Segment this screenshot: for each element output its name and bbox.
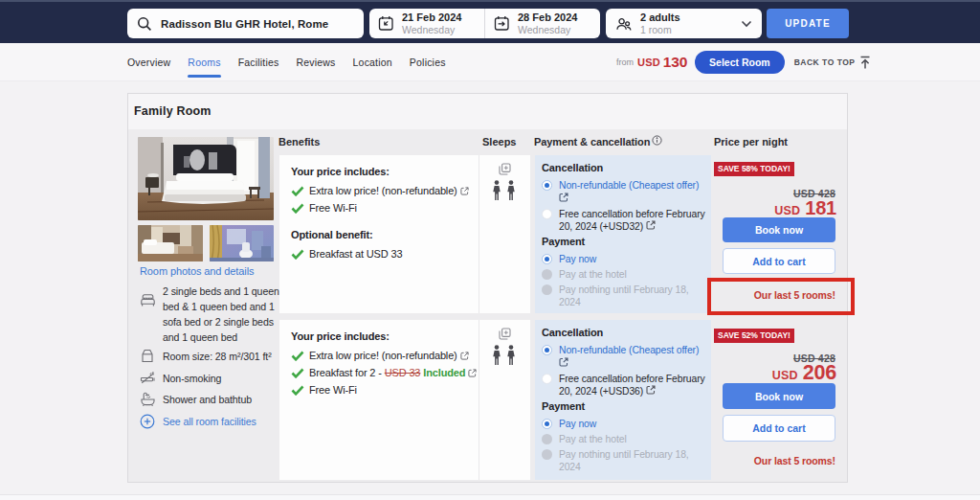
feature-room-size: Room size: 28 m²/301 ft² (140, 349, 280, 367)
offer-2-scarcity-note: Our last 5 rooms! (754, 455, 835, 466)
checkin-calendar-icon (378, 15, 394, 32)
plus-circle-icon (140, 414, 156, 433)
offer-1-add-to-cart-button[interactable]: Add to cart (723, 248, 835, 274)
back-to-top-label: BACK TO TOP (794, 57, 856, 67)
checkin-day: Wednesday (402, 24, 461, 35)
offer-1-radio-free-cancellation[interactable]: Free cancellation before February 20, 20… (542, 208, 706, 233)
feature-beds-text: 2 single beds and 1 queen bed & 1 queen … (163, 284, 280, 345)
offer-1-radio-non-refundable[interactable]: Non-refundable (Cheapest offer) (542, 179, 706, 205)
bed-icon (140, 284, 156, 345)
checkout-day: Wednesday (518, 24, 577, 35)
offer-1-book-now-button[interactable]: Book now (723, 217, 835, 242)
external-link-icon[interactable] (646, 220, 656, 230)
adults-occupancy-icon (490, 345, 519, 365)
guests-adults: 2 adults (640, 11, 680, 24)
select-room-button[interactable]: Select Room (695, 51, 785, 74)
check-icon (291, 368, 304, 378)
hotel-section-nav: Overview Rooms Facilities Reviews Locati… (0, 43, 980, 81)
guests-rooms: 1 room (640, 24, 680, 35)
checkin-date: 21 Feb 2024 (402, 11, 461, 24)
offer-2-add-to-cart-button[interactable]: Add to cart (723, 415, 835, 442)
date-range-picker: 21 Feb 2024 Wednesday 28 Feb 2024 Wednes… (369, 9, 600, 38)
offer-1-sleeps-cell (479, 155, 530, 313)
offer-2-radio-pay-nothing: Pay nothing until February 18, 2024 (542, 448, 706, 473)
update-button[interactable]: UPDATE (767, 9, 849, 38)
feature-non-smoking: Non-smoking (140, 371, 280, 388)
booking-search-bar: Radisson Blu GHR Hotel, Rome 21 Feb 2024… (0, 0, 980, 43)
breakfast-old-price: USD 33 (385, 367, 421, 378)
radio-selected-icon (542, 345, 552, 355)
feature-shower-text: Shower and bathtub (163, 392, 280, 410)
offer-2-benefit-extra-low-price: Extra low price! (non-refundable) (291, 347, 473, 364)
offer-2-radio-non-refundable[interactable]: Non-refundable (Cheapest offer) (542, 344, 706, 370)
radio-disabled-icon (542, 449, 552, 460)
radio-unselected-icon (542, 374, 552, 384)
offer-2-radio-free-cancellation[interactable]: Free cancellation before February 20, 20… (542, 373, 706, 398)
external-link-icon[interactable] (559, 193, 568, 202)
offer-1-benefit-extra-low-price: Extra low price! (non-refundable) (291, 182, 473, 199)
hotel-booking-page: Radisson Blu GHR Hotel, Rome 21 Feb 2024… (0, 0, 980, 500)
external-link-icon[interactable] (646, 385, 656, 395)
room-features-list: 2 single beds and 1 queen bed & 1 queen … (140, 284, 280, 437)
radio-disabled-icon (542, 434, 552, 444)
tab-facilities[interactable]: Facilities (238, 43, 279, 81)
guests-icon (615, 16, 633, 32)
adults-occupancy-icon (490, 180, 519, 200)
external-link-icon (468, 369, 477, 377)
extra-bed-icon (499, 328, 511, 340)
checkout-calendar-icon (494, 15, 510, 32)
check-icon (291, 351, 304, 361)
room-summary-column: Room photos and details 2 single beds an… (128, 94, 279, 482)
check-icon (291, 186, 304, 196)
feature-room-size-text: Room size: 28 m²/301 ft² (163, 349, 280, 367)
room-photos-link[interactable]: Room photos and details (140, 265, 254, 277)
page-bottom-strip (0, 494, 980, 500)
offer-1-radio-pay-nothing: Pay nothing until February 18, 2024 (542, 284, 706, 308)
radio-selected-icon (542, 180, 552, 191)
offer-2-benefits-cell: Your price includes: Extra low price! (n… (279, 320, 530, 480)
non-smoking-icon (140, 371, 156, 388)
offer-1-payment-label: Payment (542, 236, 706, 247)
column-header-benefits: Benefits (278, 136, 320, 148)
external-link-icon[interactable] (559, 357, 568, 367)
feature-shower: Shower and bathtub (140, 392, 280, 410)
feature-beds: 2 single beds and 1 queen bed & 1 queen … (140, 284, 280, 345)
offer-2-payment-label: Payment (542, 400, 706, 412)
radio-disabled-icon (542, 269, 552, 280)
offer-2-book-now-button[interactable]: Book now (723, 383, 835, 409)
guests-selector[interactable]: 2 adults 1 room (606, 9, 762, 38)
offer-1-price-cell: SAVE 58% TODAY! USD 428 USD181 Book now … (714, 155, 836, 313)
offer-2-radio-pay-now[interactable]: Pay now (542, 418, 706, 430)
tab-location[interactable]: Location (353, 43, 392, 81)
chevron-down-icon (741, 20, 752, 28)
offer-1-radio-pay-now[interactable]: Pay now (542, 253, 706, 265)
room-photo-main[interactable] (138, 137, 274, 220)
search-icon (137, 16, 152, 32)
tab-reviews[interactable]: Reviews (296, 43, 335, 81)
from-price-currency: USD (637, 57, 660, 68)
shower-icon (140, 392, 156, 410)
offer-2-benefit-wifi: Free Wi-Fi (291, 381, 473, 398)
checkout-field[interactable]: 28 Feb 2024 Wednesday (484, 9, 600, 38)
tab-overview[interactable]: Overview (127, 43, 170, 81)
offer-2-benefit-breakfast: Breakfast for 2 -USD 33Included (291, 364, 473, 381)
room-size-icon (140, 349, 156, 367)
see-all-facilities-link[interactable]: See all room facilities (140, 414, 280, 433)
offer-2-cancellation-label: Cancellation (542, 327, 706, 338)
check-icon (291, 249, 304, 260)
radio-unselected-icon (542, 209, 552, 219)
info-icon (652, 135, 662, 146)
tab-rooms[interactable]: Rooms (188, 43, 220, 81)
checkin-field[interactable]: 21 Feb 2024 Wednesday (369, 9, 484, 38)
external-link-icon (460, 187, 469, 195)
offer-1-cancellation-label: Cancellation (542, 162, 706, 173)
offer-1-scarcity-note: Our last 5 rooms! (754, 289, 835, 301)
room-photo-thumb-2[interactable] (210, 225, 274, 261)
hotel-search-field[interactable]: Radisson Blu GHR Hotel, Rome (127, 9, 364, 38)
back-to-top-link[interactable]: BACK TO TOP (794, 56, 873, 70)
section-tabs: Overview Rooms Facilities Reviews Locati… (127, 43, 446, 81)
room-photo-thumb-1[interactable] (138, 225, 203, 261)
column-header-price: Price per night (714, 136, 788, 148)
tab-policies[interactable]: Policies (410, 43, 446, 81)
check-icon (291, 203, 304, 214)
